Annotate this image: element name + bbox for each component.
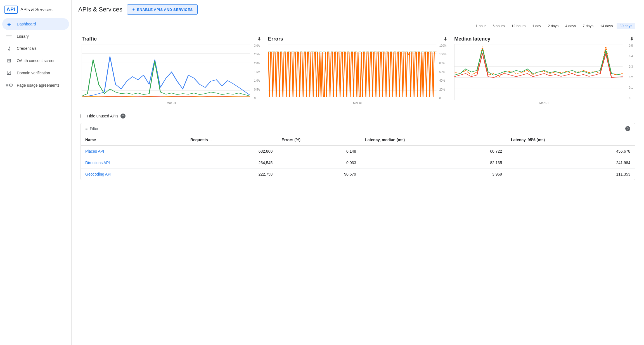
sidebar-item-label-domain: Domain verification	[17, 71, 50, 75]
api-table-wrapper: ≡ Filter ? Name Requests ↓ Errors (%) La…	[80, 123, 635, 180]
cell-latency-95: 456.678	[506, 146, 635, 157]
nav-icon-dashboard: ◈	[6, 21, 12, 27]
time-btn-1-day[interactable]: 1 day	[529, 23, 544, 29]
enable-apis-label: ENABLE APIS AND SERVICES	[137, 8, 193, 12]
col-name: Name	[81, 134, 186, 146]
cell-errors: 90.679	[277, 169, 361, 180]
table-row: Places API 632,800 0.148 60.722 456.678	[81, 146, 635, 157]
table-row: Directions API 234,545 0.033 82.135 241.…	[81, 157, 635, 169]
time-btn-6-hours[interactable]: 6 hours	[490, 23, 507, 29]
cell-errors: 0.148	[277, 146, 361, 157]
page-title: APIs & Services	[78, 6, 122, 13]
latency-svg	[454, 44, 634, 100]
latency-chart-container: Median latency ⬇ 0.5 0.4 0.3 0.2 0.1 0	[451, 34, 637, 107]
main-header: APIs & Services ＋ ENABLE APIS AND SERVIC…	[72, 0, 644, 19]
cell-name[interactable]: Places API	[81, 146, 186, 157]
enable-apis-button[interactable]: ＋ ENABLE APIS AND SERVICES	[127, 4, 198, 15]
sidebar-item-label-dashboard: Dashboard	[17, 22, 36, 26]
sidebar-item-label-oauth: OAuth consent screen	[17, 58, 56, 63]
time-btn-30-days[interactable]: 30 days	[617, 23, 635, 29]
table-filter-row: ≡ Filter ?	[81, 123, 635, 134]
filter-button[interactable]: ≡ Filter	[85, 126, 98, 131]
hide-unused-checkbox[interactable]	[80, 114, 85, 118]
traffic-download-icon[interactable]: ⬇	[257, 36, 261, 42]
nav-icon-library: ≡≡	[6, 33, 12, 39]
table-row: Geocoding API 222,758 90.679 3.969 111.3…	[81, 169, 635, 180]
traffic-svg	[82, 44, 261, 100]
cell-requests: 234,545	[186, 157, 277, 169]
time-btn-12-hours[interactable]: 12 hours	[509, 23, 529, 29]
sidebar-item-label-credentials: Credentials	[17, 46, 37, 51]
traffic-x-label: Mar 01	[82, 101, 261, 105]
filter-label: Filter	[90, 126, 98, 131]
api-table-body: Places API 632,800 0.148 60.722 456.678 …	[81, 146, 635, 180]
errors-x-label: Mar 01	[268, 101, 448, 105]
sort-icon: ↓	[210, 138, 212, 142]
time-btn-1-hour[interactable]: 1 hour	[473, 23, 489, 29]
time-range-bar: 1 hour6 hours12 hours1 day2 days4 days7 …	[72, 19, 644, 31]
traffic-chart-container: Traffic ⬇ 3.0/s 2.5/s 2.0/s 1.5/s 1.0/s …	[78, 34, 265, 107]
errors-download-icon[interactable]: ⬇	[443, 36, 448, 42]
cell-latency-median: 82.135	[361, 157, 506, 169]
sidebar-item-credentials[interactable]: ⚷Credentials	[2, 42, 69, 54]
time-btn-14-days[interactable]: 14 days	[597, 23, 616, 29]
sidebar: API APIs & Services ◈Dashboard≡≡Library⚷…	[0, 0, 72, 345]
cell-requests: 222,758	[186, 169, 277, 180]
sidebar-item-page-usage[interactable]: ≡⚙Page usage agreements	[2, 79, 69, 91]
cell-errors: 0.033	[277, 157, 361, 169]
cell-latency-95: 111.353	[506, 169, 635, 180]
filter-icon: ≡	[85, 126, 87, 131]
traffic-chart-title: Traffic	[82, 36, 97, 42]
sidebar-item-oauth[interactable]: ⊞OAuth consent screen	[2, 55, 69, 67]
cell-name[interactable]: Directions API	[81, 157, 186, 169]
errors-chart-title: Errors	[268, 36, 283, 42]
cell-latency-median: 60.722	[361, 146, 506, 157]
cell-requests: 632,800	[186, 146, 277, 157]
hide-unused-row: Hide unused APIs ?	[80, 114, 635, 119]
nav-icon-page-usage: ≡⚙	[6, 82, 12, 88]
traffic-chart-area: 3.0/s 2.5/s 2.0/s 1.5/s 1.0/s 0.5/s 0	[82, 44, 261, 100]
cell-latency-95: 241.984	[506, 157, 635, 169]
time-btn-7-days[interactable]: 7 days	[580, 23, 596, 29]
cell-name[interactable]: Geocoding API	[81, 169, 186, 180]
api-logo-icon: API	[4, 6, 18, 14]
hide-unused-label[interactable]: Hide unused APIs	[87, 114, 118, 118]
errors-chart-container: Errors ⬇ 120% 100% 80% 60% 40% 20% 0	[265, 34, 451, 107]
nav-icon-domain: ☑	[6, 70, 12, 76]
table-help-icon[interactable]: ?	[625, 126, 630, 131]
time-btn-2-days[interactable]: 2 days	[545, 23, 561, 29]
latency-x-label: Mar 01	[454, 101, 634, 105]
sidebar-item-library[interactable]: ≡≡Library	[2, 30, 69, 42]
errors-chart-area: 120% 100% 80% 60% 40% 20% 0	[268, 44, 448, 100]
col-requests[interactable]: Requests ↓	[186, 134, 277, 146]
sidebar-logo: API APIs & Services	[0, 2, 71, 18]
time-btn-4-days[interactable]: 4 days	[562, 23, 579, 29]
nav-icon-oauth: ⊞	[6, 58, 12, 64]
sidebar-item-label-page-usage: Page usage agreements	[17, 83, 60, 88]
hide-unused-help-icon[interactable]: ?	[120, 114, 126, 119]
col-latency-median: Latency, median (ms)	[361, 134, 506, 146]
col-errors: Errors (%)	[277, 134, 361, 146]
sidebar-item-dashboard[interactable]: ◈Dashboard	[2, 18, 69, 30]
api-table: Name Requests ↓ Errors (%) Latency, medi…	[81, 134, 635, 180]
filter-section: Hide unused APIs ? ≡ Filter ? Name Reque…	[72, 111, 644, 185]
errors-svg	[268, 44, 448, 100]
sidebar-app-name: APIs & Services	[20, 7, 53, 12]
cell-latency-median: 3.969	[361, 169, 506, 180]
plus-icon: ＋	[132, 7, 136, 12]
table-header-row: Name Requests ↓ Errors (%) Latency, medi…	[81, 134, 635, 146]
nav-icon-credentials: ⚷	[6, 45, 12, 51]
sidebar-item-label-library: Library	[17, 34, 29, 39]
latency-download-icon[interactable]: ⬇	[630, 36, 634, 42]
sidebar-nav: ◈Dashboard≡≡Library⚷Credentials⊞OAuth co…	[0, 18, 71, 91]
charts-section: Traffic ⬇ 3.0/s 2.5/s 2.0/s 1.5/s 1.0/s …	[72, 31, 644, 111]
latency-chart-title: Median latency	[454, 36, 490, 42]
main-content: APIs & Services ＋ ENABLE APIS AND SERVIC…	[72, 0, 644, 345]
col-latency-95: Latency, 95% (ms)	[506, 134, 635, 146]
latency-chart-area: 0.5 0.4 0.3 0.2 0.1 0	[454, 44, 634, 100]
sidebar-item-domain[interactable]: ☑Domain verification	[2, 67, 69, 79]
